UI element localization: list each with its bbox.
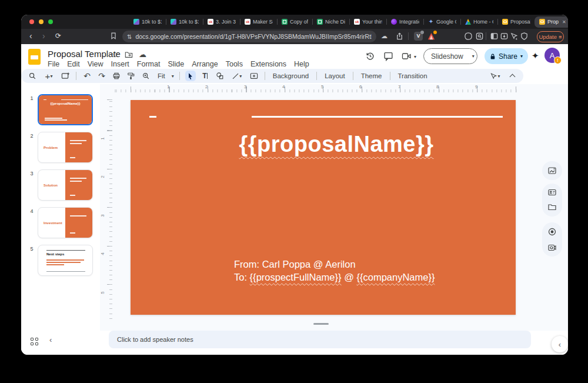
extension-triangle-icon[interactable] — [427, 32, 436, 41]
undo-button[interactable]: ↶ — [82, 71, 92, 81]
squircle-extension-icon[interactable] — [464, 32, 473, 41]
avatar[interactable]: A ! — [544, 48, 560, 63]
slides-logo-icon[interactable] — [28, 49, 41, 65]
speaker-notes-box[interactable]: Click to add speaker notes — [109, 331, 531, 348]
browser-tab[interactable]: Copy of — [278, 15, 312, 29]
text-box-tool-button[interactable]: T — [200, 71, 211, 81]
downloads-icon[interactable] — [500, 32, 509, 41]
pen-tools-button[interactable]: ▾ — [487, 71, 503, 81]
theme-button[interactable]: Theme — [359, 72, 385, 79]
redo-button[interactable]: ↷ — [96, 71, 107, 81]
slide-thumbnail-1[interactable]: {{proposalName}} — [38, 94, 93, 125]
document-title[interactable]: Proposal Template — [48, 49, 121, 59]
background-button[interactable]: Background — [270, 72, 311, 79]
ai-cursor-icon[interactable] — [510, 32, 519, 41]
extension-shield-icon[interactable]: V — [414, 32, 423, 41]
menu-slide[interactable]: Slide — [168, 60, 184, 68]
grid-view-icon[interactable] — [31, 338, 38, 345]
comments-icon[interactable] — [383, 51, 393, 61]
slide-thumbnail-4[interactable]: Investment — [38, 207, 93, 238]
site-settings-icon[interactable]: ⇅ — [127, 34, 132, 40]
collapse-filmstrip-icon[interactable]: ‹ — [49, 335, 52, 344]
menu-extensions[interactable]: Extensions — [250, 60, 286, 68]
zoom-in-icon[interactable] — [141, 71, 151, 81]
share-button[interactable]: Share ▾ — [485, 48, 528, 64]
chevron-down-icon[interactable]: ▾ — [520, 54, 523, 59]
chevron-down-icon[interactable]: ▾ — [468, 54, 479, 59]
contact-card-icon[interactable] — [547, 188, 557, 197]
browser-tab[interactable]: skMaker Sc — [240, 15, 277, 29]
bookmark-icon[interactable] — [109, 32, 118, 40]
menu-insert[interactable]: Insert — [111, 60, 129, 68]
maximize-window-button[interactable] — [48, 19, 53, 24]
print-button[interactable] — [111, 71, 122, 81]
menu-arrange[interactable]: Arrange — [192, 60, 218, 68]
meet-videocam-icon[interactable] — [402, 52, 412, 61]
sidebar-toggle-icon[interactable] — [490, 32, 499, 41]
shapes-tool-button[interactable] — [215, 71, 225, 81]
new-presentation-icon[interactable] — [60, 71, 71, 81]
slide-thumbnail-3[interactable]: Solution — [38, 169, 93, 201]
insert-comment-button[interactable] — [249, 71, 259, 81]
image-sparkle-icon[interactable] — [547, 166, 557, 175]
thumb-panel — [65, 170, 92, 200]
current-slide[interactable]: {{proposalName}} From: Carl Poppa @ Aeri… — [131, 100, 516, 315]
collapse-toolbar-button[interactable] — [507, 71, 517, 81]
slide-title-textbox[interactable]: {{proposalName}} — [201, 132, 472, 157]
close-tab-icon[interactable]: ✕ — [562, 19, 566, 25]
forward-button[interactable]: › — [42, 31, 45, 41]
move-folder-icon[interactable] — [125, 51, 133, 58]
browser-tab[interactable]: Niche Di — [313, 15, 349, 29]
browser-tab[interactable]: ✦Google C — [424, 15, 460, 29]
new-slide-button[interactable]: +▾ — [42, 71, 56, 81]
menu-tools[interactable]: Tools — [226, 60, 243, 68]
select-tool-button[interactable] — [185, 71, 196, 81]
zoom-select[interactable]: Fit — [155, 72, 168, 79]
browser-tab[interactable]: 10k to $1 — [129, 15, 166, 29]
browser-tab[interactable]: Proposal — [498, 15, 534, 29]
share-page-icon[interactable] — [395, 32, 404, 41]
slide-number: 2 — [28, 133, 35, 139]
back-button[interactable]: ‹ — [29, 31, 32, 41]
reload-button[interactable]: ⟳ — [55, 32, 61, 40]
notes-drag-handle[interactable] — [313, 323, 329, 325]
gemini-star-icon[interactable]: ✦ — [532, 51, 539, 61]
menu-file[interactable]: File — [48, 60, 59, 68]
update-browser-button[interactable]: Update≡ — [537, 31, 564, 42]
folder-icon[interactable] — [547, 202, 557, 212]
menu-view[interactable]: View — [88, 60, 103, 68]
slide-thumbnail-2[interactable]: Problem — [38, 132, 93, 163]
privacy-shield-icon[interactable] — [520, 32, 529, 41]
line-tool-button[interactable]: ▾ — [229, 71, 245, 81]
transition-button[interactable]: Transition — [396, 72, 430, 79]
slideshow-button[interactable]: Slideshow ▾ — [423, 48, 477, 64]
slide-to-line[interactable]: To: {{prospectFullName}} @ {{companyName… — [234, 272, 435, 283]
browser-tab[interactable]: 10k to $1 — [166, 15, 203, 29]
offline-cloud-icon[interactable]: ☁ — [381, 32, 387, 40]
browser-tab[interactable]: Integratio — [387, 15, 423, 29]
menu-edit[interactable]: Edit — [67, 60, 80, 68]
search-menus-icon[interactable] — [27, 71, 38, 81]
search-tabs-icon[interactable] — [475, 32, 484, 41]
browser-tab[interactable]: Home - C — [461, 15, 497, 29]
close-window-button[interactable] — [29, 19, 34, 24]
menu-help[interactable]: Help — [294, 60, 309, 68]
record-icon[interactable] — [547, 227, 557, 237]
browser-tab-active[interactable]: Prop✕ — [534, 16, 568, 28]
star-icon[interactable]: ☆ — [112, 50, 119, 59]
version-history-icon[interactable] — [365, 51, 375, 61]
camera-capture-icon[interactable] — [547, 243, 557, 252]
side-panel-collapse-button[interactable]: ‹ — [552, 336, 568, 352]
chevron-down-icon[interactable]: ▾ — [172, 74, 174, 79]
minimize-window-button[interactable] — [39, 19, 44, 24]
slides-header: Proposal Template ☆ ☁ File Edit View Ins… — [21, 44, 568, 69]
paint-format-button[interactable] — [126, 71, 136, 81]
browser-tab[interactable]: sk3. Join 3 — [203, 15, 240, 29]
menu-format[interactable]: Format — [137, 60, 161, 68]
chevron-down-icon[interactable]: ▾ — [414, 54, 416, 59]
address-field[interactable]: ⇅ docs.google.com/presentation/d/1gT-H8i… — [122, 31, 376, 42]
slide-thumbnail-5[interactable]: Next steps — [38, 245, 93, 276]
layout-button[interactable]: Layout — [322, 72, 348, 79]
browser-tab[interactable]: skYour thin — [350, 15, 386, 29]
slide-from-line[interactable]: From: Carl Poppa @ Aerilon — [234, 259, 356, 270]
